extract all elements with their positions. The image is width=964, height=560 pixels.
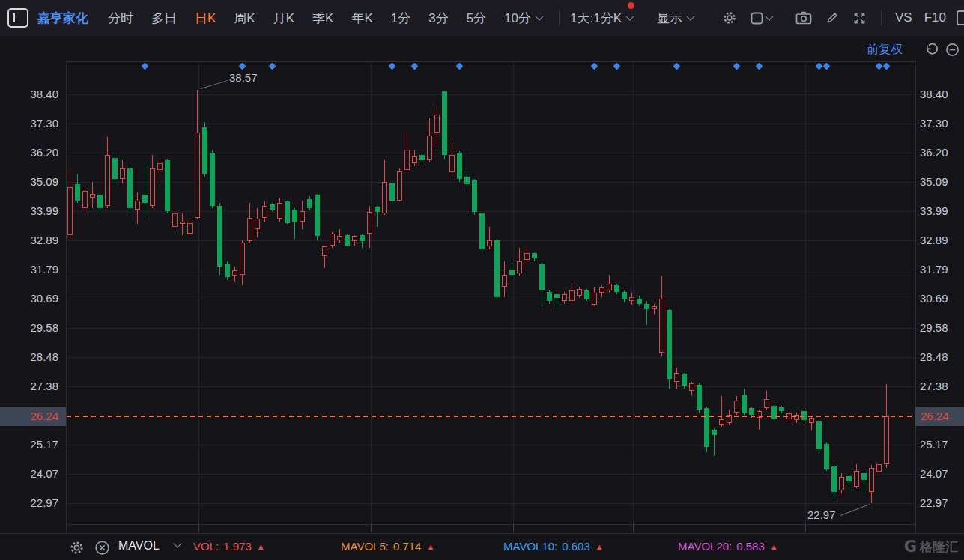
tab-多日[interactable]: 多日	[151, 10, 177, 27]
camera-icon[interactable]	[795, 11, 812, 25]
interval-selector[interactable]: 1天:1分K	[570, 10, 633, 27]
period-tabs: 分时多日日K周K月K季K年K1分3分5分10分	[99, 10, 551, 27]
chevron-down-icon	[625, 12, 634, 20]
tab-周K[interactable]: 周K	[234, 10, 255, 27]
toolbar-separator	[559, 10, 560, 25]
chevron-down-icon[interactable]	[173, 539, 181, 547]
top-toolbar: 嘉亨家化 分时多日日K周K月K季K年K1分3分5分10分 1天:1分K 显示	[0, 0, 964, 37]
up-triangle-icon: ▲	[257, 542, 265, 551]
gelonghui-logo-text: 格隆汇	[920, 538, 958, 556]
up-triangle-icon: ▲	[770, 542, 778, 551]
indicator-mavol20[interactable]: MAVOL20: 0.583▲	[678, 540, 778, 553]
chevron-down-icon	[686, 12, 694, 20]
up-triangle-icon: ▲	[426, 542, 434, 551]
up-triangle-icon: ▲	[595, 542, 604, 551]
tab-3分[interactable]: 3分	[428, 10, 448, 27]
adjust-mode-button[interactable]: 前复权	[867, 42, 903, 58]
tab-10分[interactable]: 10分	[504, 10, 542, 27]
gelonghui-watermark: G 格隆汇	[904, 538, 958, 556]
indicator-settings-icon[interactable]	[69, 540, 85, 556]
window-panel-icon[interactable]	[7, 8, 28, 28]
chart-area[interactable]: 前复权	[0, 36, 964, 533]
f10-button[interactable]: F10	[924, 10, 946, 25]
tab-年K[interactable]: 年K	[351, 10, 372, 27]
notification-dot	[628, 2, 634, 9]
gelonghui-logo-icon: G	[904, 538, 916, 556]
indicator-vol[interactable]: VOL: 1.973▲	[193, 540, 265, 553]
indicator-close-icon[interactable]	[94, 540, 110, 556]
edit-pencil-icon[interactable]	[825, 11, 839, 25]
toolbar-separator	[881, 10, 882, 25]
chart-subheader: 前复权	[0, 39, 964, 61]
settings-icon[interactable]	[722, 10, 737, 25]
toolbar-icon-group: VS F10	[715, 10, 964, 25]
vs-compare-button[interactable]: VS	[895, 10, 912, 25]
tab-1分[interactable]: 1分	[391, 10, 410, 27]
indicator-mavol10[interactable]: MAVOL10: 0.603▲	[503, 540, 604, 553]
stock-name[interactable]: 嘉亨家化	[37, 10, 88, 27]
chart-style-icon[interactable]	[751, 12, 772, 25]
volume-pane-header: MAVOL VOL: 1.973▲MAVOL5: 0.714▲MAVOL10: …	[0, 533, 964, 560]
clipped-panel-icon[interactable]	[957, 10, 964, 25]
display-label: 显示	[657, 10, 682, 27]
zoom-out-icon[interactable]	[945, 43, 960, 57]
tab-季K[interactable]: 季K	[312, 10, 333, 27]
interval-label: 1天:1分K	[570, 10, 622, 27]
tab-5分[interactable]: 5分	[467, 10, 486, 27]
tab-日K[interactable]: 日K	[195, 10, 216, 27]
display-menu[interactable]: 显示	[657, 10, 694, 27]
tab-月K[interactable]: 月K	[273, 10, 294, 27]
indicator-mavol5[interactable]: MAVOL5: 0.714▲	[341, 540, 434, 553]
indicator-name[interactable]: MAVOL	[118, 539, 160, 553]
chevron-down-icon	[765, 12, 773, 20]
fullscreen-icon[interactable]	[852, 11, 867, 25]
tab-分时[interactable]: 分时	[108, 10, 133, 27]
undo-icon[interactable]	[924, 43, 938, 57]
chevron-down-icon	[535, 12, 543, 20]
